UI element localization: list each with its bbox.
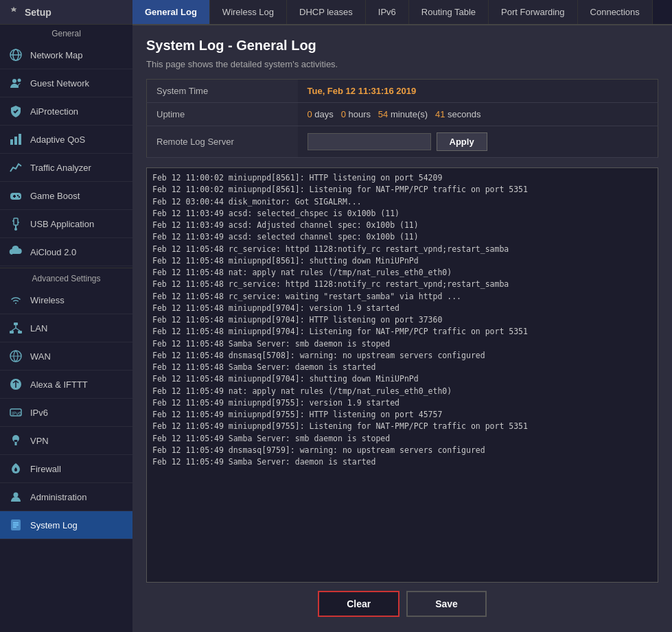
log-content[interactable]: Feb 12 11:00:02 miniupnpd[8561]: HTTP li…: [147, 168, 658, 582]
sidebar-label-usb-application: USB Application: [30, 219, 94, 229]
sidebar-item-administration[interactable]: Administration: [0, 483, 132, 511]
clear-button[interactable]: Clear: [318, 591, 399, 617]
sidebar-setup[interactable]: Setup: [0, 0, 132, 25]
log-wrapper: Feb 12 11:00:02 miniupnpd[8561]: HTTP li…: [146, 167, 658, 583]
apply-button[interactable]: Apply: [437, 132, 487, 151]
general-section-label: General: [0, 25, 132, 41]
tab-dhcp-leases[interactable]: DHCP leases: [287, 0, 366, 24]
system-time-value: Tue, Feb 12 11:31:16 2019: [298, 80, 658, 103]
sidebar-label-alexa: Alexa & IFTTT: [30, 379, 88, 390]
cloud-icon: [8, 244, 23, 259]
sidebar-item-traffic-analyzer[interactable]: Traffic Analyzer: [0, 154, 132, 182]
sidebar-item-system-log[interactable]: System Log: [0, 511, 132, 539]
svg-rect-19: [10, 331, 14, 333]
sidebar-label-lan: LAN: [30, 323, 47, 333]
uptime-seconds: 41: [435, 109, 445, 119]
tab-ipv6[interactable]: IPv6: [366, 0, 409, 24]
svg-point-12: [19, 196, 20, 198]
bar-chart-icon: [8, 160, 23, 175]
sidebar-label-wan: WAN: [30, 351, 51, 362]
setup-label: Setup: [25, 7, 51, 18]
sidebar-label-aicloud: AiCloud 2.0: [30, 247, 76, 257]
remote-log-label: Remote Log Server: [147, 126, 298, 158]
log-icon: [8, 517, 23, 532]
sidebar-item-adaptive-qos[interactable]: Adaptive QoS: [0, 126, 132, 154]
wan-icon: [8, 349, 23, 364]
remote-log-controls: Apply: [298, 126, 658, 157]
sidebar-label-game-boost: Game Boost: [30, 191, 80, 201]
sidebar-label-adaptive-qos: Adaptive QoS: [30, 134, 85, 145]
sidebar-label-guest-network: Guest Network: [30, 78, 89, 89]
tabs-bar: General Log Wireless Log DHCP leases IPv…: [132, 0, 672, 25]
sidebar-item-alexa[interactable]: Alexa & IFTTT: [0, 371, 132, 399]
svg-rect-28: [14, 440, 18, 442]
chart-icon: [8, 132, 23, 147]
tab-connections[interactable]: Connections: [578, 0, 653, 24]
alexa-icon: [8, 377, 23, 392]
svg-point-29: [14, 493, 19, 498]
save-button[interactable]: Save: [406, 591, 487, 617]
sidebar-item-wan[interactable]: WAN: [0, 342, 132, 371]
users-icon: [8, 75, 23, 91]
svg-point-3: [12, 79, 16, 83]
firewall-icon: [8, 461, 23, 476]
sidebar-item-usb-application[interactable]: USB Application: [0, 210, 132, 238]
main-content: General Log Wireless Log DHCP leases IPv…: [132, 0, 672, 632]
svg-rect-18: [14, 323, 18, 325]
svg-point-11: [17, 195, 19, 196]
remote-log-row: Remote Log Server Apply: [147, 126, 658, 158]
uptime-label: Uptime: [147, 103, 298, 126]
sidebar-label-ipv6: IPv6: [30, 408, 48, 418]
uptime-hours: 0: [341, 109, 346, 119]
page-title: System Log - General Log: [146, 38, 658, 54]
uptime-days: 0: [308, 109, 312, 119]
gamepad-icon: [8, 188, 23, 203]
tab-wireless-log[interactable]: Wireless Log: [210, 0, 287, 24]
svg-rect-13: [14, 218, 18, 225]
sidebar-label-system-log: System Log: [30, 520, 78, 530]
svg-point-4: [18, 79, 21, 82]
sidebar-label-firewall: Firewall: [30, 464, 61, 474]
sidebar-item-network-map[interactable]: Network Map: [0, 41, 132, 69]
info-table: System Time Tue, Feb 12 11:31:16 2019 Up…: [146, 79, 658, 158]
sidebar-label-administration: Administration: [30, 492, 86, 502]
lan-icon: [8, 320, 23, 336]
globe-icon: [8, 47, 23, 62]
sidebar-item-ipv6[interactable]: IPv6 IPv6: [0, 399, 132, 427]
sidebar-item-game-boost[interactable]: Game Boost: [0, 182, 132, 210]
vpn-icon: [8, 433, 23, 448]
svg-text:IPv6: IPv6: [12, 411, 21, 416]
page-area: System Log - General Log This page shows…: [132, 25, 672, 632]
tab-routing-table[interactable]: Routing Table: [409, 0, 489, 24]
svg-rect-7: [19, 134, 21, 145]
sidebar-label-network-map: Network Map: [30, 50, 83, 60]
sidebar-item-firewall[interactable]: Firewall: [0, 455, 132, 483]
sidebar-label-traffic-analyzer: Traffic Analyzer: [30, 163, 91, 173]
sidebar-label-vpn: VPN: [30, 436, 49, 446]
sidebar-item-wireless[interactable]: Wireless: [0, 286, 132, 314]
remote-log-input[interactable]: [308, 133, 431, 150]
usb-icon: [8, 216, 23, 231]
sidebar: Setup General Network Map Guest Network …: [0, 0, 132, 632]
sidebar-item-guest-network[interactable]: Guest Network: [0, 69, 132, 97]
sidebar-label-wireless: Wireless: [30, 295, 65, 305]
system-time-row: System Time Tue, Feb 12 11:31:16 2019: [147, 80, 658, 103]
system-time-label: System Time: [147, 80, 298, 103]
svg-line-23: [16, 328, 20, 331]
svg-point-15: [14, 228, 17, 231]
setup-icon: [8, 5, 19, 19]
sidebar-item-lan[interactable]: LAN: [0, 314, 132, 342]
sidebar-item-aicloud[interactable]: AiCloud 2.0: [0, 238, 132, 266]
tab-port-forwarding[interactable]: Port Forwarding: [489, 0, 577, 24]
svg-rect-5: [10, 139, 13, 145]
uptime-row: Uptime 0 days 0 hours 54 minute(s) 41 se…: [147, 103, 658, 126]
advanced-section-label: Advanced Settings: [0, 268, 132, 286]
sidebar-item-aiprotection[interactable]: AiProtection: [0, 97, 132, 126]
sidebar-item-vpn[interactable]: VPN: [0, 427, 132, 455]
ipv6-icon: IPv6: [8, 405, 23, 420]
uptime-minutes: 54: [378, 109, 388, 119]
svg-line-22: [12, 328, 16, 331]
uptime-value: 0 days 0 hours 54 minute(s) 41 seconds: [298, 103, 658, 126]
wifi-icon: [8, 292, 23, 307]
tab-general-log[interactable]: General Log: [132, 0, 210, 24]
